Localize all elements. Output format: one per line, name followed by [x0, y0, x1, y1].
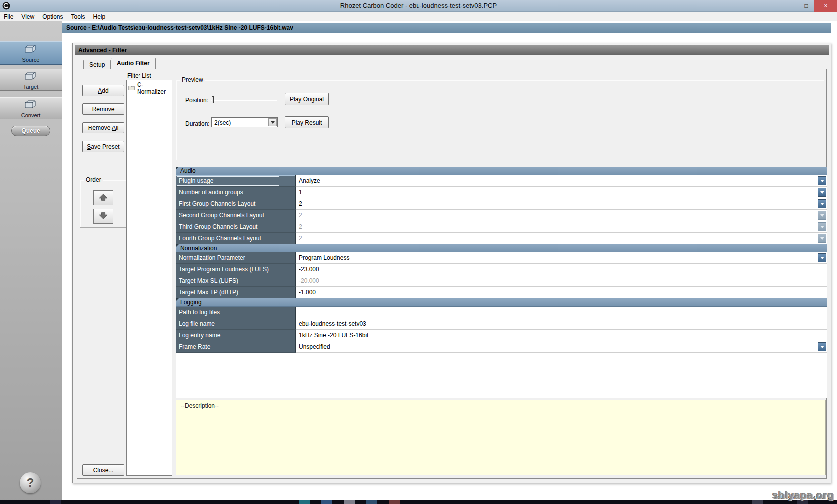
menu-help[interactable]: Help — [89, 12, 110, 21]
watermark: shlyapa.org — [772, 489, 834, 501]
dropdown-arrow-icon[interactable] — [818, 176, 826, 185]
menu-view[interactable]: View — [17, 12, 38, 21]
remove-all-button[interactable]: Remove All — [82, 122, 124, 133]
remove-button[interactable]: Remove — [82, 103, 124, 115]
save-preset-button[interactable]: Save Preset — [82, 141, 124, 152]
property-label[interactable]: Third Group Channels Layout — [176, 221, 296, 233]
menu-tools[interactable]: Tools — [67, 12, 89, 21]
property-label[interactable]: Second Group Channels Layout — [176, 210, 296, 221]
property-value[interactable]: 2 — [296, 210, 827, 221]
property-label[interactable]: Plugin usage — [176, 175, 296, 187]
arrow-up-icon — [98, 193, 109, 203]
position-label: Position: — [185, 97, 208, 104]
tab-setup[interactable]: Setup — [83, 60, 111, 69]
property-value-text: -20.000 — [299, 277, 319, 284]
sidebar-item-label: Target — [23, 84, 39, 90]
dropdown-arrow-icon[interactable] — [818, 342, 826, 351]
property-label[interactable]: Path to log files — [176, 307, 296, 318]
property-value[interactable]: ebu-loudness-test-setv03 — [296, 318, 827, 330]
maximize-button[interactable]: □ — [799, 0, 814, 12]
property-value-text: -23.000 — [299, 266, 319, 273]
property-value[interactable]: -20.000 — [296, 275, 827, 287]
dropdown-arrow-icon[interactable] — [818, 188, 826, 197]
property-row: Log file nameebu-loudness-test-setv03 — [176, 318, 827, 330]
advanced-filter-dialog: Advanced - Filter Setup Audio Filter Add… — [72, 43, 831, 483]
property-value[interactable]: 2 — [296, 233, 827, 244]
property-label[interactable]: Frame Rate — [176, 341, 296, 353]
filter-list-item[interactable]: C-Normalizer — [127, 80, 172, 96]
arrow-down-icon — [98, 211, 109, 222]
property-value-text: 2 — [299, 223, 302, 230]
close-button[interactable]: × — [814, 0, 837, 12]
property-value[interactable]: Analyze — [296, 175, 827, 187]
slider-thumb[interactable] — [212, 96, 214, 103]
property-value[interactable]: 1 — [296, 187, 827, 198]
preview-group: Preview Position: Play Original Duration… — [176, 80, 824, 160]
property-value-text: Analyze — [299, 177, 320, 184]
property-label[interactable]: Target Program Loudness (LUFS) — [176, 264, 296, 275]
dialog-title: Advanced - Filter — [75, 45, 829, 55]
property-value-text: Unspecified — [299, 343, 330, 350]
dropdown-arrow-icon[interactable] — [818, 199, 826, 208]
taskbar-fragment — [299, 500, 310, 504]
sidebar: Source Target Convert Queue ? — [0, 21, 62, 500]
duration-label: Duration: — [185, 120, 210, 127]
property-label[interactable]: First Group Channels Layout — [176, 198, 296, 210]
move-up-button[interactable] — [93, 190, 113, 205]
position-slider[interactable] — [211, 95, 277, 104]
dropdown-arrow-icon[interactable] — [818, 234, 826, 243]
main-area: Source - E:\Audio Tests\ebu-loudness-tes… — [62, 21, 837, 500]
menu-bar: File View Options Tools Help — [0, 12, 837, 21]
play-original-button[interactable]: Play Original — [285, 93, 329, 105]
property-value[interactable]: Unspecified — [296, 341, 827, 353]
property-label[interactable]: Log entry name — [176, 330, 296, 341]
order-label: Order — [84, 176, 103, 183]
property-label[interactable]: Log file name — [176, 318, 296, 330]
property-value[interactable]: 2 — [296, 221, 827, 233]
property-value[interactable] — [296, 307, 827, 318]
property-value[interactable]: 1kHz Sine -20 LUFS-16bit — [296, 330, 827, 341]
property-value-text: 1 — [299, 189, 302, 196]
section-header-logging[interactable]: Logging — [176, 298, 827, 307]
property-label[interactable]: Number of audio groups — [176, 187, 296, 198]
filter-list[interactable]: C-Normalizer — [126, 80, 172, 476]
taskbar[interactable] — [0, 500, 837, 504]
section-header-normalization[interactable]: Normalization — [176, 244, 827, 252]
property-row: Target Max SL (LUFS)-20.000 — [176, 275, 827, 287]
dropdown-arrow-icon[interactable] — [818, 253, 826, 262]
sidebar-item-source[interactable]: Source — [0, 41, 62, 65]
help-button[interactable]: ? — [20, 472, 41, 493]
duration-select[interactable]: 2(sec) — [211, 117, 278, 127]
dropdown-arrow-icon[interactable] — [818, 211, 826, 220]
close-dialog-button[interactable]: Close... — [82, 464, 124, 476]
folder-icon — [128, 85, 135, 92]
property-label[interactable]: Target Max TP (dBTP) — [176, 287, 296, 298]
dropdown-arrow-icon[interactable] — [818, 222, 826, 231]
app-logo-icon — [2, 2, 10, 10]
minimize-button[interactable]: – — [784, 0, 799, 12]
menu-options[interactable]: Options — [38, 12, 67, 21]
property-row: Fourth Group Channels Layout2 — [176, 233, 827, 244]
sidebar-item-convert[interactable]: Convert — [0, 97, 62, 119]
tab-audio-filter[interactable]: Audio Filter — [111, 58, 156, 69]
property-value[interactable]: -23.000 — [296, 264, 827, 275]
taskbar-fragment — [321, 500, 332, 504]
titlebar: Rhozet Carbon Coder - ebu-loudness-test-… — [0, 0, 837, 12]
property-value-text: -1.000 — [299, 289, 316, 296]
property-label[interactable]: Normalization Parameter — [176, 252, 296, 264]
queue-button[interactable]: Queue — [11, 126, 50, 136]
play-result-button[interactable]: Play Result — [285, 116, 329, 128]
section-header-audio[interactable]: Audio — [176, 167, 827, 175]
menu-file[interactable]: File — [0, 12, 17, 21]
move-down-button[interactable] — [93, 209, 113, 224]
property-value[interactable]: Program Loudness — [296, 252, 827, 264]
property-value[interactable]: 2 — [296, 198, 827, 210]
property-label[interactable]: Target Max SL (LUFS) — [176, 275, 296, 287]
property-label[interactable]: Fourth Group Channels Layout — [176, 233, 296, 244]
dropdown-arrow-icon[interactable] — [268, 118, 277, 126]
property-value[interactable]: -1.000 — [296, 287, 827, 298]
taskbar-fragment — [344, 500, 355, 504]
sidebar-item-target[interactable]: Target — [0, 69, 62, 91]
property-row: Frame RateUnspecified — [176, 341, 827, 353]
add-button[interactable]: Add — [82, 85, 124, 96]
